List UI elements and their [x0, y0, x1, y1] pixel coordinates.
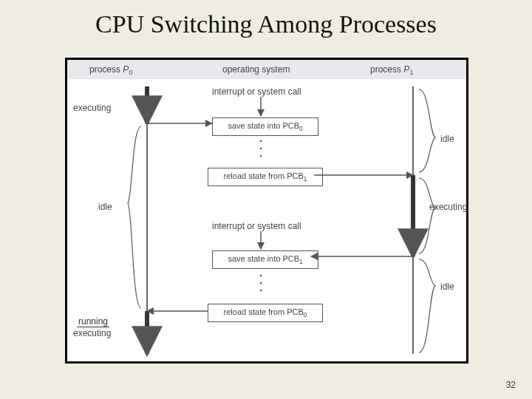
- diagram-frame: process P0 operating system process P1 e…: [65, 58, 468, 364]
- flow-svg: [67, 60, 466, 361]
- slide-title: CPU Switching Among Processes: [0, 0, 532, 43]
- svg-point-13: [260, 290, 262, 292]
- svg-point-10: [260, 155, 262, 157]
- svg-point-11: [260, 275, 262, 277]
- svg-point-12: [260, 282, 262, 284]
- svg-point-8: [260, 140, 262, 143]
- svg-point-9: [260, 148, 262, 150]
- page-number: 32: [506, 380, 516, 390]
- annotation-running: running: [77, 316, 109, 327]
